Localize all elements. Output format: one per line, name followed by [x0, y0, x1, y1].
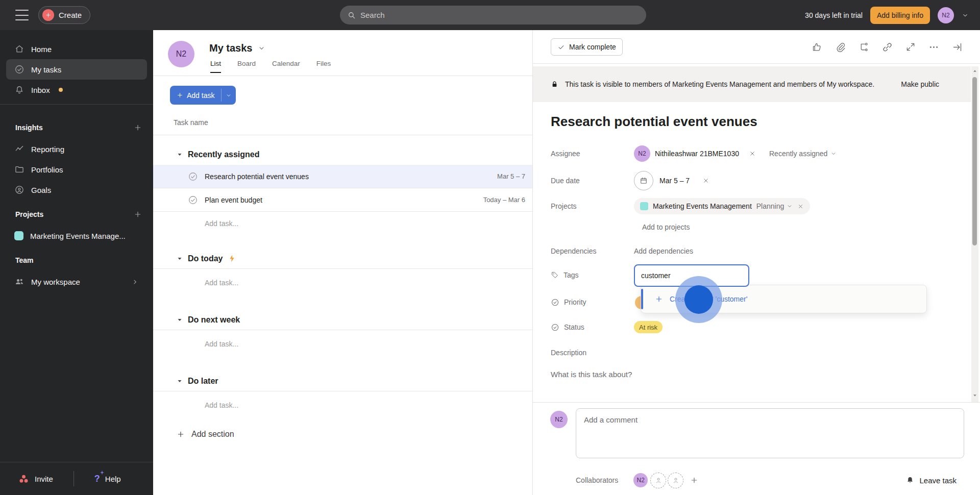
scroll-down-icon[interactable] — [971, 393, 978, 398]
collapse-triangle-icon[interactable] — [177, 256, 183, 262]
account-menu-chevron-icon[interactable] — [962, 12, 969, 19]
section-header-do-today[interactable]: Do today — [153, 249, 532, 269]
attachment-icon[interactable] — [835, 42, 846, 53]
project-section-dropdown[interactable]: Planning — [756, 202, 793, 210]
make-public-button[interactable]: Make public — [901, 80, 939, 88]
tab-board[interactable]: Board — [237, 60, 256, 73]
close-panel-icon[interactable] — [952, 42, 963, 53]
add-task-row[interactable]: Add task... — [153, 212, 532, 235]
scrollbar-thumb[interactable] — [972, 77, 977, 245]
assignee-name[interactable]: Nithileashwar 21BME1030 — [655, 150, 739, 158]
assignee-section-dropdown[interactable]: Recently assigned — [769, 150, 837, 158]
team-section-header[interactable]: Team — [0, 251, 153, 269]
mark-complete-button[interactable]: Mark complete — [551, 38, 623, 56]
remove-project-icon[interactable] — [797, 203, 804, 210]
empty-collaborator-slot[interactable] — [668, 473, 683, 488]
sidebar-toggle-icon[interactable] — [15, 10, 29, 20]
task-row[interactable]: Research potential event venues Mar 5 – … — [153, 165, 532, 188]
section-header-do-next-week[interactable]: Do next week — [153, 310, 532, 330]
task-name-column-header[interactable]: Task name — [153, 110, 532, 135]
section-header-recently-assigned[interactable]: Recently assigned — [153, 144, 532, 165]
project-pill[interactable]: Marketing Events Management Planning — [634, 198, 810, 214]
asana-logo-icon — [18, 474, 29, 484]
calendar-icon[interactable] — [634, 171, 653, 190]
remove-assignee-icon[interactable] — [749, 150, 756, 157]
task-complete-icon[interactable] — [188, 171, 198, 182]
page-title: My tasks — [209, 42, 253, 54]
copy-link-icon[interactable] — [882, 42, 893, 53]
invite-button[interactable]: Invite — [18, 474, 53, 484]
tags-input[interactable] — [634, 264, 749, 287]
collapse-triangle-icon[interactable] — [177, 317, 183, 323]
sidebar-item-project-marketing[interactable]: Marketing Events Manage... — [6, 226, 147, 246]
add-task-row[interactable]: Add task... — [153, 330, 532, 358]
collaborator-avatar[interactable]: N2 — [632, 472, 649, 488]
comment-input[interactable] — [576, 409, 964, 458]
user-avatar[interactable]: N2 — [938, 7, 954, 23]
collapse-triangle-icon[interactable] — [177, 378, 183, 384]
like-icon[interactable] — [812, 42, 822, 53]
create-tag-option[interactable]: Create tag for 'customer' — [641, 295, 747, 303]
add-billing-button[interactable]: Add billing info — [870, 7, 930, 24]
remove-due-date-icon[interactable] — [702, 177, 709, 184]
person-circle-icon — [14, 185, 24, 195]
add-insight-icon[interactable] — [134, 123, 142, 132]
section-header-do-later[interactable]: Do later — [153, 371, 532, 391]
sidebar-item-goals[interactable]: Goals — [6, 180, 147, 200]
add-task-row[interactable]: Add task... — [153, 391, 532, 419]
page-title-chevron-icon[interactable] — [258, 44, 265, 52]
add-section-button[interactable]: Add section — [153, 422, 532, 447]
add-dependencies-button[interactable]: Add dependencies — [634, 247, 693, 255]
fullscreen-icon[interactable] — [905, 42, 916, 52]
more-options-icon[interactable] — [928, 42, 939, 53]
project-color-swatch — [640, 202, 648, 210]
tab-calendar[interactable]: Calendar — [272, 60, 300, 73]
leave-task-label: Leave task — [919, 476, 957, 485]
project-name[interactable]: Marketing Events Management — [653, 202, 752, 210]
sidebar-item-home[interactable]: Home — [6, 39, 147, 59]
task-complete-icon[interactable] — [188, 195, 198, 205]
projects-section-header[interactable]: Projects — [0, 205, 153, 224]
description-placeholder[interactable]: What is this task about? — [551, 370, 632, 379]
sidebar-item-label: Goals — [31, 186, 51, 194]
sidebar-item-label: Marketing Events Manage... — [30, 232, 126, 240]
task-title[interactable]: Research potential event venues — [551, 114, 757, 130]
empty-collaborator-slot[interactable] — [650, 473, 666, 488]
comment-box — [576, 408, 964, 458]
search-bar[interactable] — [340, 6, 646, 24]
help-button[interactable]: ? Help — [94, 474, 121, 484]
subtask-icon[interactable] — [859, 42, 869, 53]
team-title: Team — [15, 256, 34, 264]
search-input[interactable] — [360, 11, 639, 19]
add-project-icon[interactable] — [134, 210, 142, 218]
tab-files[interactable]: Files — [316, 60, 331, 73]
page-title-row[interactable]: My tasks — [209, 42, 265, 54]
task-row[interactable]: Plan event budget Today – Mar 6 — [153, 188, 532, 212]
add-task-button[interactable]: Add task — [170, 86, 236, 105]
detail-scrollbar[interactable] — [971, 66, 978, 402]
tag-icon — [551, 271, 559, 279]
due-date-value[interactable]: Mar 5 – 7 — [659, 177, 690, 185]
sidebar-item-my-tasks[interactable]: My tasks — [6, 59, 147, 80]
add-task-options-chevron-icon[interactable] — [222, 86, 236, 105]
add-task-row[interactable]: Add task... — [153, 269, 532, 296]
sidebar-item-reporting[interactable]: Reporting — [6, 139, 147, 159]
add-to-projects-button[interactable]: Add to projects — [642, 223, 690, 231]
sidebar-item-label: Portfolios — [31, 165, 63, 174]
add-collaborator-icon[interactable] — [690, 476, 698, 484]
sidebar-item-portfolios[interactable]: Portfolios — [6, 159, 147, 180]
due-date-row: Due date Mar 5 – 7 — [551, 171, 709, 190]
insights-section-header[interactable]: Insights — [0, 118, 153, 137]
leave-task-button[interactable]: Leave task — [905, 476, 957, 485]
sidebar-item-inbox[interactable]: Inbox — [6, 80, 147, 100]
task-name: Plan event budget — [205, 196, 262, 204]
create-button[interactable]: Create — [38, 6, 90, 24]
scroll-up-icon[interactable] — [971, 68, 978, 73]
status-badge[interactable]: At risk — [634, 321, 663, 333]
collaborators-label: Collaborators — [576, 476, 618, 484]
chevron-right-icon[interactable] — [131, 278, 139, 286]
tab-list[interactable]: List — [210, 60, 221, 73]
collapse-triangle-icon[interactable] — [177, 152, 183, 158]
sidebar-item-my-workspace[interactable]: My workspace — [6, 271, 147, 292]
footer-divider — [74, 471, 74, 486]
